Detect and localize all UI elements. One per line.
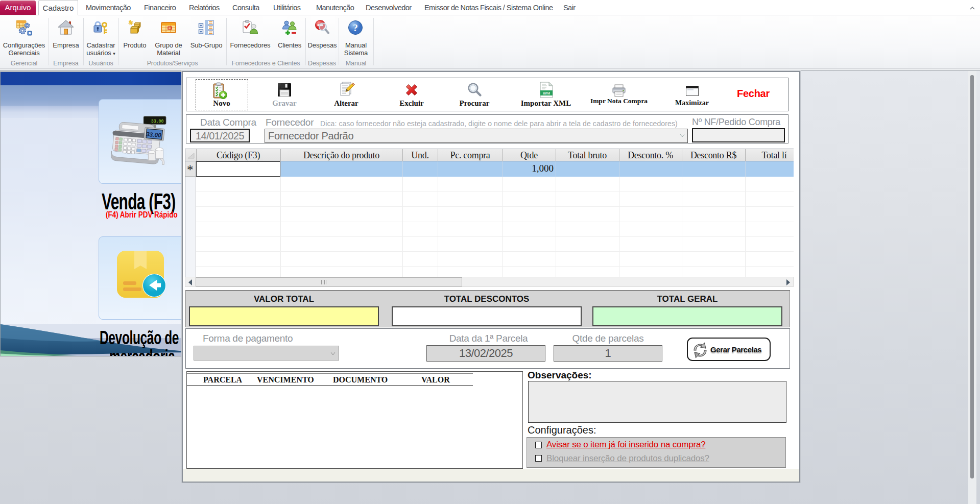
svg-text:33.00: 33.00 [146,131,162,139]
svg-text:?: ? [353,22,358,33]
svg-text:33.00: 33.00 [151,119,164,124]
svg-text:xml: xml [543,91,550,95]
